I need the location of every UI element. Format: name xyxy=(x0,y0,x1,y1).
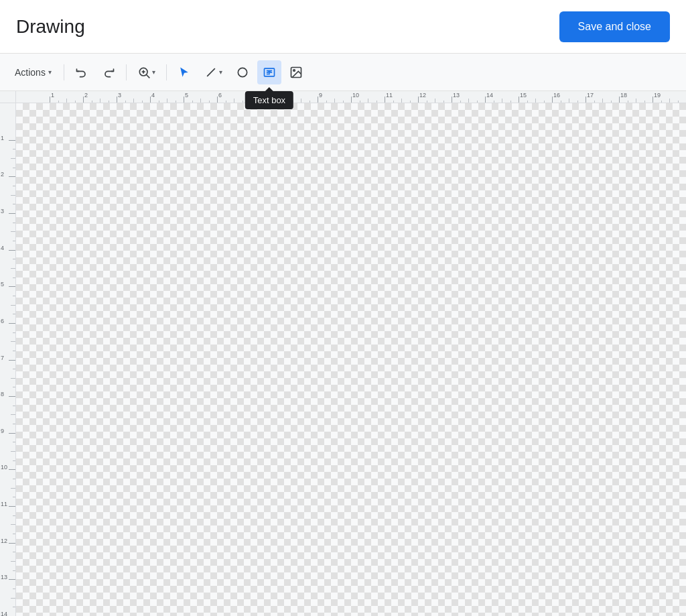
zoom-button[interactable]: ▾ xyxy=(132,60,161,84)
textbox-tool-wrap: T Text box xyxy=(257,60,281,84)
undo-icon xyxy=(75,66,88,79)
image-tool-button[interactable] xyxy=(284,60,308,84)
save-close-button[interactable]: Save and close xyxy=(559,11,670,42)
ruler-top: 12345678910111213141516171819 xyxy=(16,91,686,103)
svg-text:T: T xyxy=(268,69,271,75)
svg-line-4 xyxy=(207,68,215,76)
undo-button[interactable] xyxy=(70,60,94,84)
image-icon xyxy=(289,66,303,79)
toolbar: Actions ▾ ▾ xyxy=(0,54,686,91)
actions-label: Actions xyxy=(15,67,46,78)
app-header: Drawing Save and close xyxy=(0,0,686,54)
cursor-icon xyxy=(178,66,191,79)
toolbar-divider-2 xyxy=(126,64,127,80)
shape-icon xyxy=(236,66,249,79)
svg-line-1 xyxy=(147,74,150,78)
shape-tool-button[interactable] xyxy=(230,60,255,84)
line-tool-button[interactable]: ▾ xyxy=(199,60,228,84)
svg-point-5 xyxy=(238,68,247,76)
svg-point-12 xyxy=(293,69,295,71)
canvas-container: 1234567891011121314 12345678910111213141… xyxy=(0,91,686,616)
textbox-tool-button[interactable]: T xyxy=(257,60,281,84)
zoom-dropdown-arrow: ▾ xyxy=(152,68,155,76)
select-tool-button[interactable] xyxy=(172,60,196,84)
actions-menu-button[interactable]: Actions ▾ xyxy=(8,60,58,84)
drawing-canvas[interactable] xyxy=(16,103,686,616)
line-dropdown-arrow: ▾ xyxy=(219,68,222,76)
textbox-icon: T xyxy=(263,66,276,79)
toolbar-divider-3 xyxy=(166,64,167,80)
toolbar-divider-1 xyxy=(64,64,64,80)
redo-icon xyxy=(102,66,115,79)
app-title: Drawing xyxy=(16,16,85,38)
ruler-left: 1234567891011121314 xyxy=(0,91,16,616)
actions-dropdown-arrow: ▾ xyxy=(48,68,52,76)
zoom-icon xyxy=(137,66,151,79)
horizontal-ruler-ticks: 12345678910111213141516171819 xyxy=(16,91,686,103)
vertical-ruler-ticks: 1234567891011121314 xyxy=(0,91,15,616)
redo-button[interactable] xyxy=(96,60,121,84)
line-icon xyxy=(204,66,218,79)
canvas-right: 12345678910111213141516171819 xyxy=(16,91,686,616)
